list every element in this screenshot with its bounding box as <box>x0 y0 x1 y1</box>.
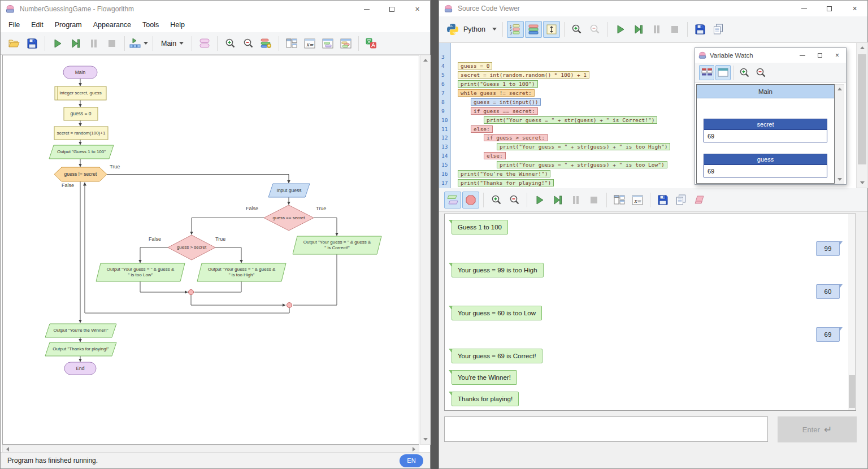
flowchart-node-output-high[interactable]: Output "Your guess = " & guess &" is too… <box>197 263 286 281</box>
run-button[interactable] <box>531 192 548 209</box>
close-button[interactable]: × <box>842 1 867 16</box>
zoom-out-button[interactable] <box>240 35 257 52</box>
maximize-button[interactable] <box>811 48 828 63</box>
flowchart-node-while[interactable]: guess != secret <box>54 167 107 181</box>
window-layout-button[interactable] <box>283 35 300 52</box>
variable-watch-button[interactable]: x= <box>629 192 646 209</box>
run-button[interactable] <box>612 21 629 38</box>
menu-edit[interactable]: Edit <box>25 18 49 32</box>
enter-button[interactable]: Enter ↵ <box>778 416 857 442</box>
flowchart-node-declare[interactable]: Integer secret, guess <box>55 86 106 100</box>
highlight-toggle[interactable] <box>525 21 542 38</box>
save-button[interactable] <box>654 192 671 209</box>
menu-tools[interactable]: Tools <box>137 18 164 32</box>
menu-help[interactable]: Help <box>164 18 190 32</box>
status-bar: Program has finished running. EN <box>1 452 430 468</box>
copy-button[interactable] <box>672 192 689 209</box>
close-button[interactable]: × <box>405 1 430 18</box>
step-button[interactable] <box>630 21 647 38</box>
grid-view-toggle[interactable] <box>699 65 714 80</box>
console-button[interactable] <box>337 35 354 52</box>
flowchart-node-if-equal[interactable]: guess == secret <box>262 207 316 228</box>
maximize-button[interactable] <box>379 1 405 18</box>
scroll-up-icon[interactable] <box>423 59 428 62</box>
zoom-in-button[interactable] <box>737 65 752 80</box>
function-selector[interactable]: Main <box>157 35 188 52</box>
zoom-out-button[interactable] <box>506 192 523 209</box>
zoom-out-button[interactable] <box>587 21 604 38</box>
variable-watch-button[interactable]: x= <box>301 35 318 52</box>
flowchart-node-output-low[interactable]: Output "Your guess = " & guess &" is too… <box>96 263 185 281</box>
menu-file[interactable]: File <box>3 18 25 32</box>
step-button[interactable] <box>549 192 566 209</box>
flowchart-node-output-correct[interactable]: Output "Your guess = " & guess &" is Cor… <box>293 236 381 254</box>
flowchart-node-output-winner[interactable]: Output "You're the Winner!" <box>45 324 116 337</box>
minimize-button[interactable] <box>793 48 811 63</box>
copy-button[interactable] <box>710 21 727 38</box>
stop-button[interactable] <box>103 35 120 52</box>
console-scrollbar[interactable] <box>848 214 856 410</box>
stop-button[interactable] <box>666 21 683 38</box>
console-output: Guess 1 to 10099Your guess = 99 is too H… <box>444 214 856 411</box>
close-button[interactable]: × <box>828 48 846 63</box>
flowchart-node-if-greater[interactable]: guess > secret <box>166 238 218 257</box>
stop-button[interactable] <box>585 192 602 209</box>
pause-button[interactable] <box>85 35 102 52</box>
flowchart-node-output-thanks[interactable]: Output "Thanks for playing!" <box>45 342 116 356</box>
save-button[interactable] <box>24 35 41 52</box>
menu-program[interactable]: Program <box>49 18 88 32</box>
language-selector[interactable]: Python <box>444 21 498 38</box>
flowchart-canvas[interactable]: Main Integer secret, guess guess = 0 sec… <box>2 55 419 445</box>
stop-sign-toggle[interactable] <box>462 192 479 209</box>
open-button[interactable] <box>6 35 23 52</box>
minimize-button[interactable] <box>791 1 817 16</box>
source-vertical-scrollbar[interactable] <box>856 42 868 188</box>
scrollbar-thumb[interactable] <box>849 375 855 408</box>
zoom-in-button[interactable] <box>568 21 585 38</box>
bubble-view-toggle[interactable] <box>444 192 461 209</box>
scroll-left-icon[interactable] <box>6 447 9 451</box>
window-layout-button[interactable] <box>611 192 628 209</box>
flowchart-node-end[interactable]: End <box>64 362 96 375</box>
language-badge[interactable]: EN <box>400 454 423 467</box>
translate-button[interactable] <box>363 35 380 52</box>
scrollbar-thumb[interactable] <box>858 54 866 164</box>
step-button[interactable] <box>67 35 84 52</box>
flowchart-node-assign-secret[interactable]: secret = random(100)+1 <box>54 127 108 140</box>
line-numbers-toggle[interactable]: 123 <box>507 21 524 38</box>
chart-settings-button[interactable] <box>258 35 275 52</box>
shapes-button[interactable] <box>196 35 213 52</box>
flowchart-node-assign-guess[interactable]: guess = 0 <box>64 107 98 120</box>
console-input[interactable] <box>444 416 768 442</box>
window-view-toggle[interactable] <box>715 65 731 80</box>
scroll-down-icon[interactable] <box>860 181 865 184</box>
source-viewer-button[interactable] <box>319 35 336 52</box>
pause-button[interactable] <box>648 21 665 38</box>
pause-icon <box>571 195 581 205</box>
menu-appearance[interactable]: Appearance <box>88 18 137 32</box>
save-button[interactable] <box>692 21 709 38</box>
zoom-out-icon <box>243 38 254 49</box>
scroll-up-icon[interactable] <box>837 88 842 90</box>
scroll-down-icon[interactable] <box>423 438 428 441</box>
scroll-up-icon[interactable] <box>860 46 865 49</box>
pause-button[interactable] <box>567 192 584 209</box>
run-button[interactable] <box>49 35 66 52</box>
console-row: Your guess = 69 is Correct! <box>452 349 848 363</box>
canvas-vertical-scrollbar[interactable] <box>420 55 431 445</box>
maximize-button[interactable] <box>817 1 842 16</box>
flowchart-node-output-intro[interactable]: Output "Guess 1 to 100" <box>49 145 114 159</box>
minimize-button[interactable] <box>354 1 379 18</box>
fit-height-toggle[interactable] <box>543 21 560 38</box>
flowchart-node-input[interactable]: Input guess <box>268 184 310 197</box>
scroll-right-icon[interactable] <box>413 447 415 451</box>
flowchart-node-main[interactable]: Main <box>63 66 97 79</box>
zoom-in-button[interactable] <box>488 192 505 209</box>
zoom-in-button[interactable] <box>222 35 238 52</box>
variable-watch-titlebar: Variable Watch × <box>695 48 846 63</box>
clear-button[interactable] <box>691 192 708 209</box>
variable-watch-scrollbar[interactable] <box>835 84 844 184</box>
run-layout-button[interactable] <box>129 35 149 52</box>
scroll-down-icon[interactable] <box>837 178 842 181</box>
zoom-out-button[interactable] <box>753 65 769 80</box>
